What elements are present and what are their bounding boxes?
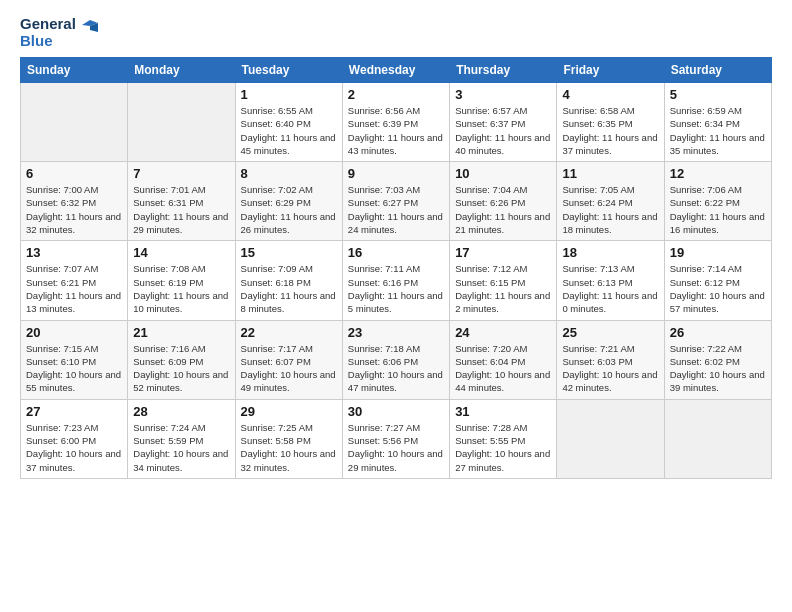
calendar-cell: 28Sunrise: 7:24 AM Sunset: 5:59 PM Dayli…	[128, 399, 235, 478]
day-detail: Sunrise: 7:15 AM Sunset: 6:10 PM Dayligh…	[26, 342, 122, 395]
day-number: 19	[670, 245, 766, 260]
day-number: 7	[133, 166, 229, 181]
weekday-header-tuesday: Tuesday	[235, 58, 342, 83]
day-detail: Sunrise: 7:07 AM Sunset: 6:21 PM Dayligh…	[26, 262, 122, 315]
day-detail: Sunrise: 7:25 AM Sunset: 5:58 PM Dayligh…	[241, 421, 337, 474]
calendar-cell: 1Sunrise: 6:55 AM Sunset: 6:40 PM Daylig…	[235, 83, 342, 162]
day-number: 17	[455, 245, 551, 260]
calendar-cell: 9Sunrise: 7:03 AM Sunset: 6:27 PM Daylig…	[342, 162, 449, 241]
day-number: 10	[455, 166, 551, 181]
weekday-header-saturday: Saturday	[664, 58, 771, 83]
day-number: 21	[133, 325, 229, 340]
day-detail: Sunrise: 6:57 AM Sunset: 6:37 PM Dayligh…	[455, 104, 551, 157]
day-number: 22	[241, 325, 337, 340]
day-number: 9	[348, 166, 444, 181]
day-detail: Sunrise: 7:05 AM Sunset: 6:24 PM Dayligh…	[562, 183, 658, 236]
calendar-cell: 14Sunrise: 7:08 AM Sunset: 6:19 PM Dayli…	[128, 241, 235, 320]
header: General Blue	[20, 16, 772, 49]
weekday-header-sunday: Sunday	[21, 58, 128, 83]
day-detail: Sunrise: 7:23 AM Sunset: 6:00 PM Dayligh…	[26, 421, 122, 474]
day-number: 31	[455, 404, 551, 419]
calendar-cell: 29Sunrise: 7:25 AM Sunset: 5:58 PM Dayli…	[235, 399, 342, 478]
calendar-cell: 8Sunrise: 7:02 AM Sunset: 6:29 PM Daylig…	[235, 162, 342, 241]
calendar-cell: 6Sunrise: 7:00 AM Sunset: 6:32 PM Daylig…	[21, 162, 128, 241]
weekday-header-friday: Friday	[557, 58, 664, 83]
calendar-cell: 31Sunrise: 7:28 AM Sunset: 5:55 PM Dayli…	[450, 399, 557, 478]
calendar-cell: 25Sunrise: 7:21 AM Sunset: 6:03 PM Dayli…	[557, 320, 664, 399]
day-detail: Sunrise: 7:22 AM Sunset: 6:02 PM Dayligh…	[670, 342, 766, 395]
day-detail: Sunrise: 6:56 AM Sunset: 6:39 PM Dayligh…	[348, 104, 444, 157]
day-detail: Sunrise: 7:04 AM Sunset: 6:26 PM Dayligh…	[455, 183, 551, 236]
day-number: 26	[670, 325, 766, 340]
calendar-cell: 2Sunrise: 6:56 AM Sunset: 6:39 PM Daylig…	[342, 83, 449, 162]
day-detail: Sunrise: 6:59 AM Sunset: 6:34 PM Dayligh…	[670, 104, 766, 157]
calendar-week-row: 27Sunrise: 7:23 AM Sunset: 6:00 PM Dayli…	[21, 399, 772, 478]
day-detail: Sunrise: 7:01 AM Sunset: 6:31 PM Dayligh…	[133, 183, 229, 236]
day-detail: Sunrise: 7:16 AM Sunset: 6:09 PM Dayligh…	[133, 342, 229, 395]
day-number: 15	[241, 245, 337, 260]
day-number: 12	[670, 166, 766, 181]
day-number: 18	[562, 245, 658, 260]
day-detail: Sunrise: 7:09 AM Sunset: 6:18 PM Dayligh…	[241, 262, 337, 315]
day-number: 8	[241, 166, 337, 181]
calendar-cell: 30Sunrise: 7:27 AM Sunset: 5:56 PM Dayli…	[342, 399, 449, 478]
calendar-cell: 4Sunrise: 6:58 AM Sunset: 6:35 PM Daylig…	[557, 83, 664, 162]
day-detail: Sunrise: 7:00 AM Sunset: 6:32 PM Dayligh…	[26, 183, 122, 236]
day-detail: Sunrise: 7:21 AM Sunset: 6:03 PM Dayligh…	[562, 342, 658, 395]
day-detail: Sunrise: 6:58 AM Sunset: 6:35 PM Dayligh…	[562, 104, 658, 157]
day-detail: Sunrise: 7:11 AM Sunset: 6:16 PM Dayligh…	[348, 262, 444, 315]
day-detail: Sunrise: 6:55 AM Sunset: 6:40 PM Dayligh…	[241, 104, 337, 157]
logo-blue: Blue	[20, 33, 98, 50]
logo: General Blue	[20, 16, 98, 49]
calendar-table: SundayMondayTuesdayWednesdayThursdayFrid…	[20, 57, 772, 479]
weekday-header-thursday: Thursday	[450, 58, 557, 83]
day-number: 20	[26, 325, 122, 340]
day-detail: Sunrise: 7:06 AM Sunset: 6:22 PM Dayligh…	[670, 183, 766, 236]
calendar-cell: 3Sunrise: 6:57 AM Sunset: 6:37 PM Daylig…	[450, 83, 557, 162]
calendar-cell: 7Sunrise: 7:01 AM Sunset: 6:31 PM Daylig…	[128, 162, 235, 241]
calendar-cell	[557, 399, 664, 478]
calendar-cell: 21Sunrise: 7:16 AM Sunset: 6:09 PM Dayli…	[128, 320, 235, 399]
calendar-week-row: 13Sunrise: 7:07 AM Sunset: 6:21 PM Dayli…	[21, 241, 772, 320]
day-number: 2	[348, 87, 444, 102]
day-number: 28	[133, 404, 229, 419]
calendar-cell: 24Sunrise: 7:20 AM Sunset: 6:04 PM Dayli…	[450, 320, 557, 399]
day-number: 27	[26, 404, 122, 419]
calendar-cell: 13Sunrise: 7:07 AM Sunset: 6:21 PM Dayli…	[21, 241, 128, 320]
day-detail: Sunrise: 7:14 AM Sunset: 6:12 PM Dayligh…	[670, 262, 766, 315]
weekday-header-monday: Monday	[128, 58, 235, 83]
day-number: 14	[133, 245, 229, 260]
day-number: 29	[241, 404, 337, 419]
weekday-header-wednesday: Wednesday	[342, 58, 449, 83]
day-detail: Sunrise: 7:24 AM Sunset: 5:59 PM Dayligh…	[133, 421, 229, 474]
calendar-cell: 16Sunrise: 7:11 AM Sunset: 6:16 PM Dayli…	[342, 241, 449, 320]
calendar-cell: 23Sunrise: 7:18 AM Sunset: 6:06 PM Dayli…	[342, 320, 449, 399]
calendar-cell: 18Sunrise: 7:13 AM Sunset: 6:13 PM Dayli…	[557, 241, 664, 320]
calendar-cell: 19Sunrise: 7:14 AM Sunset: 6:12 PM Dayli…	[664, 241, 771, 320]
day-number: 6	[26, 166, 122, 181]
calendar-cell: 5Sunrise: 6:59 AM Sunset: 6:34 PM Daylig…	[664, 83, 771, 162]
day-detail: Sunrise: 7:12 AM Sunset: 6:15 PM Dayligh…	[455, 262, 551, 315]
day-number: 25	[562, 325, 658, 340]
calendar-cell: 11Sunrise: 7:05 AM Sunset: 6:24 PM Dayli…	[557, 162, 664, 241]
calendar-cell: 26Sunrise: 7:22 AM Sunset: 6:02 PM Dayli…	[664, 320, 771, 399]
day-detail: Sunrise: 7:13 AM Sunset: 6:13 PM Dayligh…	[562, 262, 658, 315]
day-detail: Sunrise: 7:02 AM Sunset: 6:29 PM Dayligh…	[241, 183, 337, 236]
day-detail: Sunrise: 7:18 AM Sunset: 6:06 PM Dayligh…	[348, 342, 444, 395]
day-detail: Sunrise: 7:28 AM Sunset: 5:55 PM Dayligh…	[455, 421, 551, 474]
calendar-cell: 22Sunrise: 7:17 AM Sunset: 6:07 PM Dayli…	[235, 320, 342, 399]
day-number: 4	[562, 87, 658, 102]
day-detail: Sunrise: 7:20 AM Sunset: 6:04 PM Dayligh…	[455, 342, 551, 395]
logo-general: General	[20, 16, 98, 33]
day-number: 16	[348, 245, 444, 260]
page: General Blue SundayMondayTuesdayWednesda…	[0, 0, 792, 495]
day-number: 1	[241, 87, 337, 102]
calendar-cell: 15Sunrise: 7:09 AM Sunset: 6:18 PM Dayli…	[235, 241, 342, 320]
calendar-cell: 12Sunrise: 7:06 AM Sunset: 6:22 PM Dayli…	[664, 162, 771, 241]
calendar-cell: 10Sunrise: 7:04 AM Sunset: 6:26 PM Dayli…	[450, 162, 557, 241]
day-number: 24	[455, 325, 551, 340]
calendar-cell: 17Sunrise: 7:12 AM Sunset: 6:15 PM Dayli…	[450, 241, 557, 320]
calendar-cell: 27Sunrise: 7:23 AM Sunset: 6:00 PM Dayli…	[21, 399, 128, 478]
calendar-cell: 20Sunrise: 7:15 AM Sunset: 6:10 PM Dayli…	[21, 320, 128, 399]
logo-text-block: General Blue	[20, 16, 98, 49]
